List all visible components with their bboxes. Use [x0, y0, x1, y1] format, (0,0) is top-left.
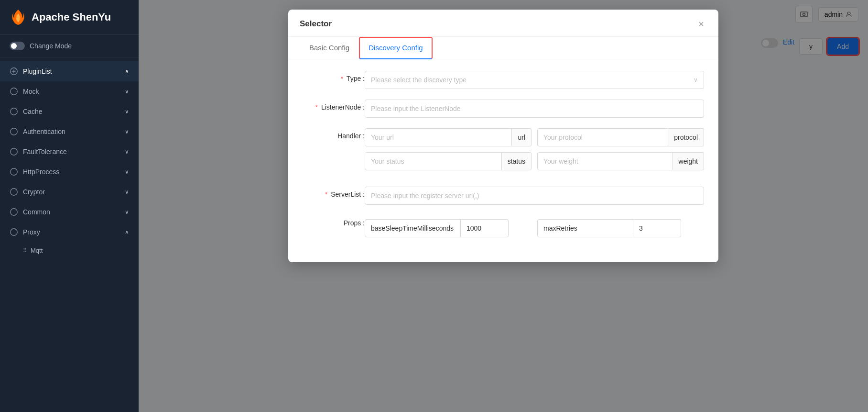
protocol-input[interactable] — [537, 128, 668, 146]
status-input[interactable] — [365, 152, 502, 170]
status-suffix: status — [502, 152, 532, 170]
close-button[interactable]: × — [695, 18, 707, 30]
svg-point-5 — [11, 168, 17, 175]
props-value2-input[interactable] — [633, 219, 681, 237]
handler-label: Handler : — [303, 128, 365, 140]
listener-node-input[interactable] — [365, 100, 704, 118]
sidebar-item-cryptor[interactable]: Cryptor ∨ — [0, 182, 139, 202]
tab-basic-config[interactable]: Basic Config — [300, 37, 359, 59]
props-item — [365, 219, 704, 237]
sidebar: Apache ShenYu Change Mode PluginList ∧ M… — [0, 0, 139, 412]
plugin-list-label: PluginList — [23, 67, 52, 75]
sidebar-item-cache[interactable]: Cache ∨ — [0, 101, 139, 122]
main-content: admin Edit y Add Selector × Basic Config — [139, 0, 868, 412]
plugin-list-chevron: ∧ — [125, 68, 129, 75]
change-mode[interactable]: Change Mode — [0, 35, 139, 57]
svg-point-2 — [11, 108, 17, 115]
server-list-input[interactable] — [365, 187, 704, 205]
svg-point-3 — [11, 128, 17, 135]
sidebar-menu: PluginList ∧ Mock ∨ Cache ∨ Authenticati… — [0, 57, 139, 412]
type-placeholder: Please select the discovery type — [371, 76, 467, 84]
svg-point-6 — [11, 189, 17, 195]
modal-title: Selector — [300, 19, 332, 29]
props-value1-input[interactable] — [461, 219, 509, 237]
handler-row: Handler : url protocol — [303, 128, 704, 176]
modal-header: Selector × — [288, 10, 718, 37]
weight-input[interactable] — [537, 152, 673, 170]
url-suffix: url — [512, 128, 532, 146]
modal-overlay: Selector × Basic Config Discovery Config… — [139, 0, 868, 412]
server-list-label: * ServerList : — [303, 187, 365, 198]
chevron-down-icon: ∨ — [694, 77, 698, 83]
sidebar-item-common[interactable]: Common ∨ — [0, 202, 139, 222]
sidebar-item-plugin-list[interactable]: PluginList ∧ — [0, 61, 139, 81]
modal-body: * Type : Please select the discovery typ… — [288, 59, 718, 262]
sidebar-item-mock[interactable]: Mock ∨ — [0, 81, 139, 101]
modal-tabs: Basic Config Discovery Config — [288, 37, 718, 59]
props-key2-input[interactable] — [537, 219, 633, 237]
props-key1-input[interactable] — [365, 219, 461, 237]
props-label: Props : — [303, 215, 365, 227]
sub-item-icon: ⠿ — [23, 247, 27, 254]
server-list-row: * ServerList : — [303, 187, 704, 205]
svg-point-8 — [11, 229, 17, 235]
listener-node-row: * ListenerNode : — [303, 100, 704, 118]
listener-node-label: * ListenerNode : — [303, 100, 365, 111]
sidebar-item-proxy[interactable]: Proxy ∧ — [0, 222, 139, 242]
props-row: Props : — [303, 215, 704, 237]
logo-icon — [10, 9, 27, 26]
type-select[interactable]: Please select the discovery type ∨ — [365, 71, 704, 89]
type-row: * Type : Please select the discovery typ… — [303, 71, 704, 89]
sidebar-item-http-process[interactable]: HttpProcess ∨ — [0, 162, 139, 182]
type-label: * Type : — [303, 71, 365, 82]
mock-chevron: ∨ — [125, 88, 129, 95]
svg-point-1 — [11, 88, 17, 95]
logo: Apache ShenYu — [0, 0, 139, 35]
svg-point-7 — [11, 209, 17, 215]
weight-suffix: weight — [673, 152, 704, 170]
url-input[interactable] — [365, 128, 512, 146]
protocol-suffix: protocol — [668, 128, 704, 146]
mode-toggle[interactable] — [10, 42, 25, 50]
sidebar-sub-item-mqtt[interactable]: ⠿ Mqtt — [0, 242, 139, 259]
sidebar-item-fault-tolerance[interactable]: FaultTolerance ∨ — [0, 142, 139, 162]
modal-dialog: Selector × Basic Config Discovery Config… — [288, 10, 718, 262]
sidebar-item-authentication[interactable]: Authentication ∨ — [0, 122, 139, 142]
tab-discovery-config[interactable]: Discovery Config — [359, 37, 432, 59]
svg-point-4 — [11, 148, 17, 155]
app-title: Apache ShenYu — [32, 11, 111, 23]
